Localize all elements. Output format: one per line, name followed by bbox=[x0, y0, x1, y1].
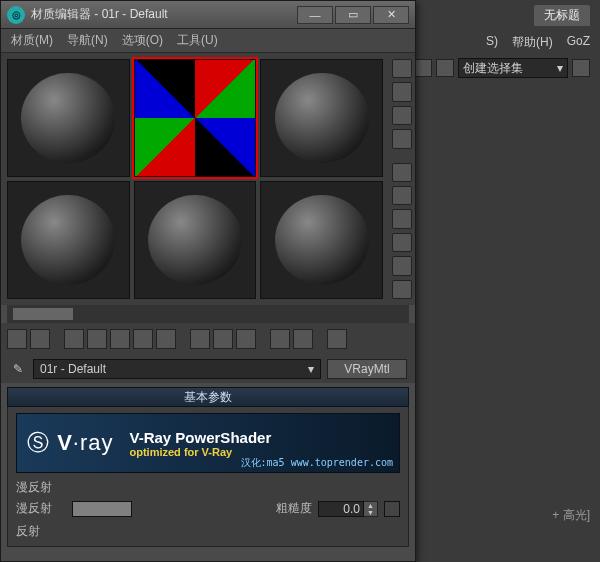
menu-material[interactable]: 材质(M) bbox=[11, 32, 53, 49]
pick-from-icon[interactable] bbox=[392, 280, 412, 299]
material-preview bbox=[21, 73, 115, 163]
rollup-header-basic[interactable]: 基本参数 bbox=[7, 387, 409, 407]
maximize-button[interactable]: ▭ bbox=[335, 6, 371, 24]
menu-help[interactable]: 帮助(H) bbox=[512, 34, 553, 51]
go-parent-icon[interactable] bbox=[270, 329, 290, 349]
make-unique-icon[interactable] bbox=[133, 329, 153, 349]
color-check-icon[interactable] bbox=[392, 163, 412, 182]
backlight-icon[interactable] bbox=[392, 82, 412, 101]
vray-credit: 汉化:ma5 www.toprender.com bbox=[241, 456, 393, 470]
sample-type-icon[interactable] bbox=[392, 59, 412, 78]
chevron-down-icon: ▾ bbox=[557, 61, 563, 75]
sample-slots bbox=[1, 53, 389, 305]
go-sibling-icon[interactable] bbox=[293, 329, 313, 349]
material-id-icon[interactable] bbox=[392, 256, 412, 275]
menu-options[interactable]: 选项(O) bbox=[122, 32, 163, 49]
chevron-down-icon: ▾ bbox=[308, 362, 314, 376]
material-editor-window: ◎ 材质编辑器 - 01r - Default — ▭ ✕ 材质(M) 导航(N… bbox=[0, 0, 416, 562]
roughness-spinner[interactable]: 0.0 ▲▼ bbox=[318, 501, 378, 517]
make-preview-icon[interactable] bbox=[392, 186, 412, 205]
menu-goz[interactable]: GoZ bbox=[567, 34, 590, 51]
sample-slot[interactable] bbox=[260, 59, 383, 177]
minimize-button[interactable]: — bbox=[297, 6, 333, 24]
get-material-icon[interactable] bbox=[7, 329, 27, 349]
close-button[interactable]: ✕ bbox=[373, 6, 409, 24]
scrollbar-thumb[interactable] bbox=[13, 308, 73, 320]
material-name-dropdown[interactable]: 01r - Default ▾ bbox=[33, 359, 321, 379]
make-copy-icon[interactable] bbox=[110, 329, 130, 349]
pick-icon[interactable] bbox=[327, 329, 347, 349]
material-toolbar bbox=[1, 323, 415, 355]
eyedropper-icon[interactable]: ✎ bbox=[9, 360, 27, 378]
window-title: 材质编辑器 - 01r - Default bbox=[31, 6, 297, 23]
material-name-value: 01r - Default bbox=[40, 362, 106, 376]
bg-tool-icon[interactable] bbox=[436, 59, 454, 77]
vray-banner: Ⓢ V·ray V-Ray PowerShader optimized for … bbox=[16, 413, 400, 473]
bg-tool-icon[interactable] bbox=[572, 59, 590, 77]
checker-env bbox=[135, 60, 256, 176]
material-preview bbox=[275, 73, 369, 163]
effects-icon[interactable] bbox=[190, 329, 210, 349]
vray-title: V-Ray PowerShader bbox=[130, 429, 390, 446]
options-icon[interactable] bbox=[392, 209, 412, 228]
put-to-library-icon[interactable] bbox=[156, 329, 176, 349]
put-to-scene-icon[interactable] bbox=[30, 329, 50, 349]
horizontal-scrollbar[interactable] bbox=[7, 305, 409, 323]
sample-slot[interactable] bbox=[7, 59, 130, 177]
sample-slot[interactable] bbox=[260, 181, 383, 299]
show-map-icon[interactable] bbox=[213, 329, 233, 349]
spinner-down-icon[interactable]: ▼ bbox=[364, 509, 377, 516]
selection-set-label: 创建选择集 bbox=[463, 60, 523, 77]
tab-untitled[interactable]: 无标题 bbox=[534, 5, 590, 26]
highlight-label: + 高光] bbox=[552, 507, 590, 524]
background-icon[interactable] bbox=[392, 106, 412, 125]
roughness-label: 粗糙度 bbox=[276, 500, 312, 517]
show-end-icon[interactable] bbox=[236, 329, 256, 349]
material-preview bbox=[275, 195, 369, 285]
menubar: 材质(M) 导航(N) 选项(O) 工具(U) bbox=[1, 29, 415, 53]
menu-s[interactable]: S) bbox=[486, 34, 498, 51]
reflect-section-label: 反射 bbox=[16, 523, 400, 540]
sample-slot-selected[interactable] bbox=[134, 59, 257, 177]
assign-icon[interactable] bbox=[64, 329, 84, 349]
sample-slot[interactable] bbox=[7, 181, 130, 299]
material-preview bbox=[21, 195, 115, 285]
material-type-button[interactable]: VRayMtl bbox=[327, 359, 407, 379]
diffuse-section-label: 漫反射 bbox=[16, 479, 400, 496]
spinner-up-icon[interactable]: ▲ bbox=[364, 502, 377, 509]
roughness-value[interactable]: 0.0 bbox=[318, 501, 364, 517]
uv-tile-icon[interactable] bbox=[392, 129, 412, 148]
side-toolbar bbox=[389, 53, 415, 305]
menu-navigate[interactable]: 导航(N) bbox=[67, 32, 108, 49]
vray-logo: Ⓢ V·ray bbox=[27, 428, 114, 458]
diffuse-color-swatch[interactable] bbox=[72, 501, 132, 517]
bg-tool-icon[interactable] bbox=[414, 59, 432, 77]
menu-tools[interactable]: 工具(U) bbox=[177, 32, 218, 49]
diffuse-label: 漫反射 bbox=[16, 500, 66, 517]
reset-icon[interactable] bbox=[87, 329, 107, 349]
titlebar[interactable]: ◎ 材质编辑器 - 01r - Default — ▭ ✕ bbox=[1, 1, 415, 29]
roughness-map-button[interactable] bbox=[384, 501, 400, 517]
select-by-icon[interactable] bbox=[392, 233, 412, 252]
sample-slot[interactable] bbox=[134, 181, 257, 299]
app-logo-icon: ◎ bbox=[7, 6, 25, 24]
material-preview bbox=[148, 195, 242, 285]
selection-set-dropdown[interactable]: 创建选择集 ▾ bbox=[458, 58, 568, 78]
